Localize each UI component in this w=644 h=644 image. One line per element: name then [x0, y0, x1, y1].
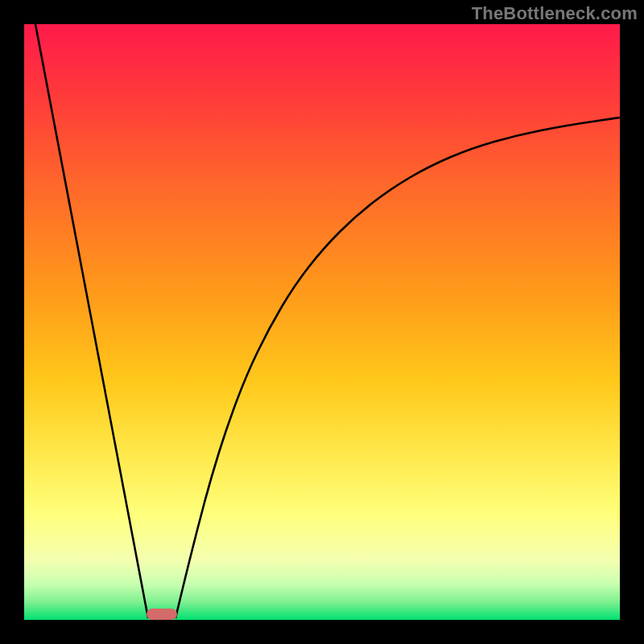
seed-marker: [147, 609, 177, 620]
right-curve-path: [175, 118, 620, 618]
plot-area: [24, 24, 620, 620]
left-segment-path: [35, 24, 148, 618]
watermark-text: TheBottleneck.com: [472, 3, 638, 24]
chart-frame: TheBottleneck.com: [0, 0, 644, 644]
curve-layer: [24, 24, 620, 620]
